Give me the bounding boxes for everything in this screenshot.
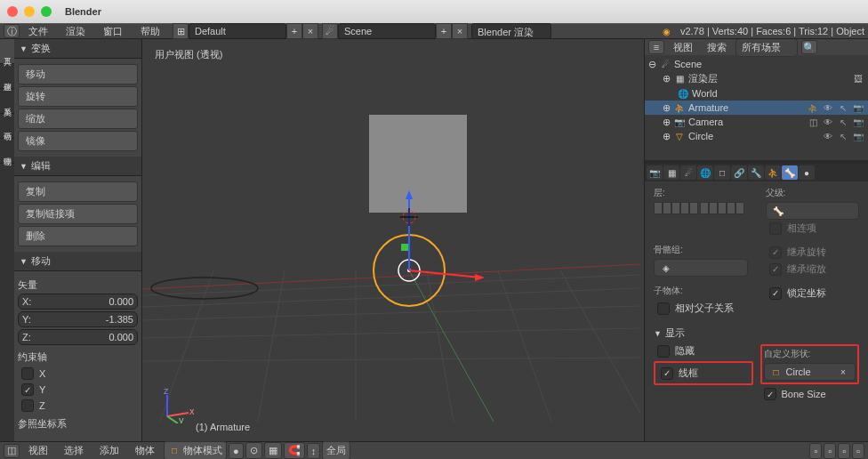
footer-menu-view[interactable]: 视图 <box>21 442 55 459</box>
viewport-option-2[interactable]: ▫ <box>824 443 836 459</box>
hidden-checkbox[interactable] <box>657 345 670 358</box>
manipulator-button[interactable]: ↕ <box>307 443 321 459</box>
tree-circle-row[interactable]: ⊕▽Circle👁↖📷 <box>645 129 868 143</box>
delete-button[interactable]: 删除 <box>18 226 138 246</box>
prop-tab-world[interactable]: 🌐 <box>697 165 713 180</box>
footer-menu-select[interactable]: 选择 <box>57 442 91 459</box>
cursor-icon[interactable]: ↖ <box>837 130 849 142</box>
panel-edit-header[interactable]: ▼编辑 <box>14 157 141 176</box>
display-panel-header[interactable]: ▼显示 <box>654 324 859 342</box>
prop-tab-object[interactable]: □ <box>714 165 730 180</box>
y-field[interactable]: Y:-1.385 <box>18 311 138 327</box>
outliner-type-icon[interactable]: ≡ <box>648 40 664 54</box>
duplicate-button[interactable]: 复制 <box>18 181 138 202</box>
editor-type-icon[interactable]: ⓘ <box>4 24 20 38</box>
parent-dropdown[interactable]: 🦴 <box>766 202 860 220</box>
eye-icon[interactable]: 👁 <box>822 101 834 114</box>
tree-camera-row[interactable]: ⊕📷Camera◫👁↖📷 <box>645 115 868 129</box>
cursor-icon[interactable]: ↖ <box>837 116 849 128</box>
menu-render[interactable]: 渲染 <box>57 23 94 40</box>
cursor-icon[interactable]: ↖ <box>837 101 849 114</box>
snap-button[interactable]: 🧲 <box>284 442 305 459</box>
close-window-button[interactable] <box>7 6 18 17</box>
prop-tab-modifiers[interactable]: 🔧 <box>748 165 764 180</box>
camera-icon[interactable]: 📷 <box>852 116 864 128</box>
constraint-x-row[interactable]: X <box>18 366 138 382</box>
custom-shape-dropdown[interactable]: □Circle× <box>764 363 856 381</box>
relative-parent-checkbox[interactable] <box>769 222 782 235</box>
pose-icon[interactable]: ⛹ <box>807 101 819 114</box>
layout-selector[interactable]: Default <box>189 23 286 39</box>
lock-transform-checkbox[interactable] <box>769 287 782 300</box>
wireframe-checkbox[interactable] <box>661 367 673 380</box>
maximize-window-button[interactable] <box>41 6 52 17</box>
constraint-z-row[interactable]: Z <box>18 398 138 414</box>
3d-viewport[interactable]: 用户视图 (透视) <box>142 39 644 441</box>
outliner-menu-view[interactable]: 视图 <box>668 39 698 56</box>
bone-size-checkbox[interactable] <box>764 388 776 400</box>
x-field[interactable]: X:0.000 <box>18 294 138 310</box>
scale-button[interactable]: 缩放 <box>18 109 138 129</box>
pivot-button[interactable]: ⊙ <box>245 442 262 459</box>
constraint-x-checkbox[interactable] <box>21 367 34 380</box>
link-duplicate-button[interactable]: 复制链接项 <box>18 204 138 224</box>
scene-selector[interactable]: Scene <box>338 23 436 39</box>
menu-window[interactable]: 窗口 <box>94 23 132 40</box>
prop-tab-material[interactable]: ● <box>799 165 815 180</box>
relative-child-checkbox[interactable] <box>657 302 670 315</box>
menu-file[interactable]: 文件 <box>20 23 57 40</box>
view3d-type-icon[interactable]: ◫ <box>4 444 20 458</box>
mode-selector[interactable]: □物体模式 <box>164 441 227 459</box>
clear-icon[interactable]: × <box>837 366 849 378</box>
orientation-selector[interactable]: 全局 <box>322 441 350 459</box>
layout-remove-button[interactable]: × <box>302 23 318 39</box>
viewport-option-1[interactable]: ▫ <box>809 443 822 459</box>
z-field[interactable]: Z:0.000 <box>18 329 138 345</box>
camera-icon[interactable]: 📷 <box>852 101 864 114</box>
bone-group-dropdown[interactable]: ◈ <box>654 259 748 277</box>
eye-icon[interactable]: 👁 <box>822 130 834 142</box>
prop-tab-constraints[interactable]: 🔗 <box>731 165 747 180</box>
camera-icon[interactable]: 📷 <box>852 130 864 142</box>
camera-sub-icon[interactable]: ◫ <box>807 116 819 128</box>
scene-browse-button[interactable]: ☄ <box>322 23 338 39</box>
render-icon[interactable]: 🖼 <box>852 73 864 85</box>
prop-tab-bone[interactable]: 🦴 <box>782 165 798 180</box>
layer-grid[interactable] <box>654 202 748 214</box>
tool-tab-relations[interactable]: 关系 <box>0 89 14 114</box>
tool-tab-create[interactable]: 创建 <box>0 64 14 89</box>
tool-tab-tools[interactable]: 工具 <box>0 39 14 64</box>
constraint-z-checkbox[interactable] <box>21 399 34 412</box>
menu-help[interactable]: 帮助 <box>132 23 169 40</box>
tree-armature-row[interactable]: ⊕⛹Armature⛹👁↖📷 <box>645 101 868 115</box>
layout-browse-button[interactable]: ⊞ <box>173 23 189 39</box>
tool-tab-animation[interactable]: 动画 <box>0 114 14 139</box>
outliner-menu-search[interactable]: 搜索 <box>702 39 732 56</box>
footer-menu-add[interactable]: 添加 <box>92 442 126 459</box>
panel-move-header[interactable]: ▼移动 <box>14 252 141 271</box>
inherit-rotation-checkbox[interactable] <box>769 246 782 259</box>
move-button[interactable]: 移动 <box>18 64 138 85</box>
shading-solid-button[interactable]: ● <box>229 443 244 459</box>
outliner-filter-dropdown[interactable]: 所有场景 <box>735 39 798 57</box>
mirror-button[interactable]: 镜像 <box>18 131 138 151</box>
constraint-y-row[interactable]: Y <box>18 382 138 398</box>
scene-add-button[interactable]: + <box>436 23 452 39</box>
outliner-search-icon[interactable]: 🔍 <box>801 40 817 54</box>
prop-tab-render[interactable]: 📷 <box>647 165 663 180</box>
rotate-button[interactable]: 旋转 <box>18 86 138 107</box>
prop-tab-layers[interactable]: ▦ <box>663 165 679 180</box>
tree-scene-row[interactable]: ⊖☄Scene <box>645 57 868 71</box>
minimize-window-button[interactable] <box>24 6 35 17</box>
layers-button[interactable]: ▦ <box>264 442 282 459</box>
footer-menu-object[interactable]: 物体 <box>128 442 162 459</box>
prop-tab-scene[interactable]: ☄ <box>680 165 696 180</box>
render-engine-selector[interactable]: Blender 渲染 <box>471 23 551 39</box>
tree-world-row[interactable]: 🌐World <box>645 86 868 101</box>
eye-icon[interactable]: 👁 <box>822 116 834 128</box>
layout-add-button[interactable]: + <box>286 23 302 39</box>
panel-transform-header[interactable]: ▼变换 <box>14 39 141 59</box>
tool-tab-physics[interactable]: 物理 <box>0 139 14 164</box>
inherit-scale-checkbox[interactable] <box>769 263 782 276</box>
constraint-y-checkbox[interactable] <box>21 383 34 396</box>
